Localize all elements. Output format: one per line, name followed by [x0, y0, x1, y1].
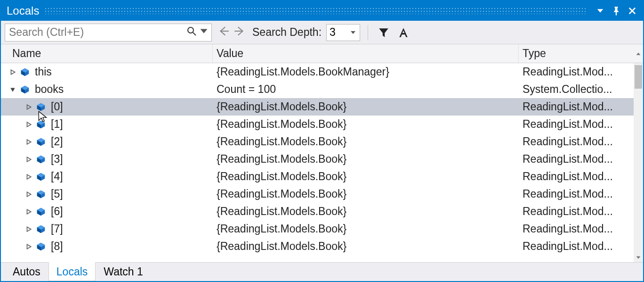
row-name: this: [35, 66, 52, 78]
font-icon[interactable]: [395, 25, 411, 41]
table-row[interactable]: [5]{ReadingList.Models.Book}ReadingList.…: [1, 185, 634, 203]
row-type: ReadingList.Mod...: [519, 135, 634, 148]
table-row[interactable]: [7]{ReadingList.Models.Book}ReadingList.…: [1, 220, 634, 238]
tab-autos[interactable]: Autos: [5, 263, 48, 281]
row-type: ReadingList.Mod...: [519, 66, 634, 78]
search-icon[interactable]: [186, 25, 197, 40]
tab-strip: AutosLocalsWatch 1: [1, 262, 643, 281]
toolbar: Search Depth: 3: [1, 21, 643, 44]
search-input[interactable]: [9, 26, 186, 39]
expander-icon[interactable]: [24, 155, 33, 164]
expander-icon[interactable]: [24, 173, 33, 181]
object-icon: [20, 67, 30, 77]
table-row[interactable]: [2]{ReadingList.Models.Book}ReadingList.…: [1, 133, 634, 150]
search-box[interactable]: [5, 24, 212, 41]
window-menu-button[interactable]: [592, 3, 608, 19]
object-icon: [36, 137, 46, 147]
scrollbar-thumb[interactable]: [635, 65, 642, 89]
grid-body: this{ReadingList.Models.BookManager}Read…: [1, 63, 643, 262]
tab-watch-1[interactable]: Watch 1: [96, 263, 151, 281]
row-name: [6]: [51, 205, 63, 218]
expander-icon[interactable]: [24, 207, 33, 216]
row-type: ReadingList.Mod...: [519, 240, 634, 253]
table-row[interactable]: [8]{ReadingList.Models.Book}ReadingList.…: [1, 238, 634, 255]
vertical-scrollbar[interactable]: [634, 63, 643, 262]
search-depth-label: Search Depth:: [251, 26, 322, 39]
scroll-down-icon[interactable]: [634, 253, 643, 262]
row-type: ReadingList.Mod...: [519, 188, 634, 200]
row-name: [4]: [51, 170, 63, 183]
row-type: ReadingList.Mod...: [519, 118, 634, 131]
row-name: [5]: [51, 188, 63, 200]
tab-locals[interactable]: Locals: [48, 262, 96, 281]
row-value: {ReadingList.Models.Book}: [213, 240, 519, 253]
svg-point-0: [188, 27, 193, 33]
object-icon: [36, 172, 46, 182]
close-button[interactable]: [624, 3, 640, 19]
row-value: Count = 100: [213, 83, 519, 96]
expander-icon[interactable]: [24, 103, 33, 111]
row-name: [0]: [51, 100, 63, 113]
object-icon: [36, 224, 46, 234]
object-icon: [36, 241, 46, 252]
search-dropdown-icon[interactable]: [198, 25, 209, 40]
column-header-value[interactable]: Value: [213, 44, 519, 63]
locals-window: Locals: [0, 0, 644, 282]
object-icon: [36, 119, 46, 130]
table-row[interactable]: [0]{ReadingList.Models.Book}ReadingList.…: [1, 98, 634, 116]
row-value: {ReadingList.Models.Book}: [213, 135, 519, 148]
row-value: {ReadingList.Models.Book}: [213, 205, 519, 218]
column-header-name[interactable]: Name: [8, 44, 213, 63]
object-icon: [36, 102, 46, 112]
table-row[interactable]: [4]{ReadingList.Models.Book}ReadingList.…: [1, 168, 634, 185]
object-icon: [36, 154, 46, 165]
expander-icon[interactable]: [24, 190, 33, 199]
object-icon: [36, 189, 46, 199]
row-type: ReadingList.Mod...: [519, 205, 634, 218]
row-value: {ReadingList.Models.Book}: [213, 100, 519, 113]
scroll-up-icon[interactable]: [634, 44, 643, 63]
row-type: ReadingList.Mod...: [519, 153, 634, 166]
search-back-button[interactable]: [217, 25, 230, 40]
row-value: {ReadingList.Models.Book}: [213, 118, 519, 131]
row-value: {ReadingList.Models.Book}: [213, 188, 519, 200]
row-name: [3]: [51, 153, 63, 166]
row-name: [2]: [51, 135, 63, 148]
expander-icon[interactable]: [8, 68, 17, 76]
row-value: {ReadingList.Models.Book}: [213, 170, 519, 183]
column-header-type[interactable]: Type: [519, 44, 634, 63]
row-type: ReadingList.Mod...: [519, 100, 634, 113]
table-row[interactable]: [3]{ReadingList.Models.Book}ReadingList.…: [1, 150, 634, 168]
title-label: Locals: [7, 4, 39, 17]
titlebar: Locals: [1, 1, 643, 21]
row-name: [7]: [51, 223, 63, 235]
table-row[interactable]: booksCount = 100System.Collectio...: [1, 81, 634, 98]
table-row[interactable]: [1]{ReadingList.Models.Book}ReadingList.…: [1, 116, 634, 133]
row-type: ReadingList.Mod...: [519, 170, 634, 183]
search-depth-select[interactable]: 3: [326, 24, 360, 41]
row-value: {ReadingList.Models.Book}: [213, 223, 519, 235]
expander-icon[interactable]: [24, 242, 33, 251]
expander-icon[interactable]: [8, 85, 17, 94]
grid-header: Name Value Type: [1, 44, 643, 63]
row-type: ReadingList.Mod...: [519, 223, 634, 235]
row-name: books: [35, 83, 64, 96]
filter-icon[interactable]: [376, 25, 392, 41]
toolbar-separator: [368, 25, 368, 40]
row-name: [1]: [51, 118, 63, 131]
row-value: {ReadingList.Models.Book}: [213, 153, 519, 166]
search-forward-button[interactable]: [233, 25, 246, 40]
table-row[interactable]: [6]{ReadingList.Models.Book}ReadingList.…: [1, 203, 634, 220]
object-icon: [36, 207, 46, 217]
expander-icon[interactable]: [24, 138, 33, 146]
table-row[interactable]: this{ReadingList.Models.BookManager}Read…: [1, 63, 634, 81]
row-type: System.Collectio...: [519, 83, 634, 96]
row-value: {ReadingList.Models.BookManager}: [213, 66, 519, 78]
expander-icon[interactable]: [24, 120, 33, 129]
object-icon: [20, 84, 30, 95]
row-name: [8]: [51, 240, 63, 253]
search-depth-value: 3: [330, 26, 336, 39]
expander-icon[interactable]: [24, 225, 33, 233]
pin-button[interactable]: [608, 3, 624, 19]
title-grip[interactable]: [45, 1, 587, 21]
